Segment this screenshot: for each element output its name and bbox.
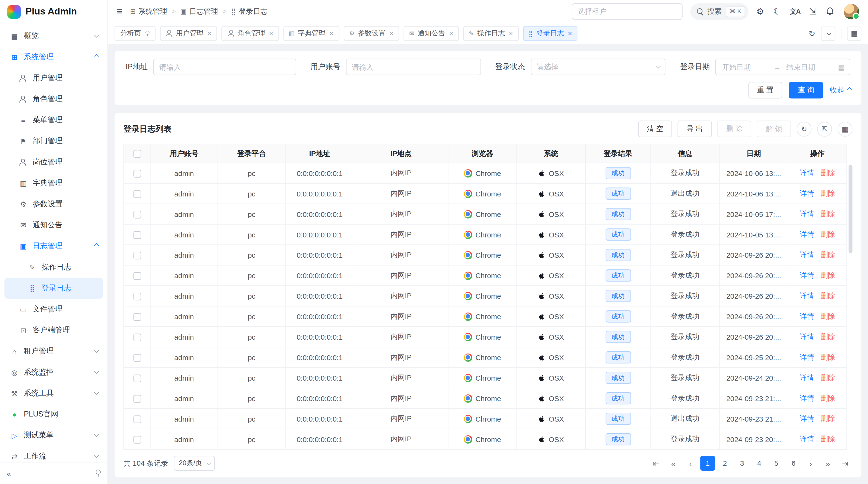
sidebar-item-user-management[interactable]: 用户管理 <box>4 67 103 89</box>
close-icon[interactable]: × <box>269 30 273 37</box>
row-checkbox[interactable] <box>133 211 141 218</box>
close-icon[interactable]: × <box>207 30 212 37</box>
tab-analysis[interactable]: 分析页 <box>115 26 155 41</box>
sidebar-item-system-monitor[interactable]: ◎ 系统监控 <box>4 362 103 383</box>
next-page-button[interactable]: › <box>803 456 818 471</box>
status-select[interactable]: 请选择 <box>531 59 666 75</box>
detail-link[interactable]: 详情 <box>800 434 814 444</box>
sidebar-item-workflow[interactable]: ⇄ 工作流 <box>4 446 103 462</box>
account-input[interactable] <box>346 59 481 75</box>
breadcrumb-item[interactable]: ▣ 日志管理 <box>180 6 218 16</box>
row-checkbox[interactable] <box>133 170 141 178</box>
detail-link[interactable]: 详情 <box>800 189 814 199</box>
sidebar-item-plus-website[interactable]: ● PLUS官网 <box>4 404 103 425</box>
sidebar-item-system-tools[interactable]: ⚒ 系统工具 <box>4 383 103 404</box>
row-checkbox[interactable] <box>133 272 141 280</box>
pin-icon[interactable] <box>95 469 101 477</box>
row-checkbox[interactable] <box>133 333 141 341</box>
breadcrumb-item[interactable]: ⣿ 登录日志 <box>231 6 268 16</box>
close-icon[interactable]: × <box>390 30 394 37</box>
row-checkbox[interactable] <box>133 252 141 259</box>
search-button[interactable]: 搜索 ⌘ K <box>690 3 749 20</box>
last-page-button[interactable]: ⇥ <box>838 456 852 471</box>
delete-link[interactable]: 删除 <box>821 189 835 199</box>
pin-icon[interactable] <box>145 30 149 37</box>
detail-link[interactable]: 详情 <box>800 250 814 260</box>
export-button[interactable]: 导 出 <box>678 121 712 137</box>
unlock-button[interactable]: 解 锁 <box>757 121 791 137</box>
sidebar-item-dict-management[interactable]: ▥ 字典管理 <box>4 172 103 194</box>
column-settings-icon[interactable]: ▦ <box>838 122 852 136</box>
sidebar-item-test-menu[interactable]: ▷ 测试菜单 <box>4 425 103 446</box>
delete-link[interactable]: 删除 <box>821 352 835 362</box>
row-checkbox[interactable] <box>133 231 141 239</box>
date-range-picker[interactable]: → ▦ <box>715 59 850 75</box>
detail-link[interactable]: 详情 <box>800 393 814 403</box>
detail-link[interactable]: 详情 <box>800 270 814 280</box>
layout-toggle-button[interactable]: ▦ <box>847 26 862 41</box>
query-button[interactable]: 查 询 <box>789 82 823 99</box>
fast-prev-button[interactable]: « <box>666 456 681 471</box>
delete-link[interactable]: 删除 <box>821 393 835 403</box>
row-checkbox[interactable] <box>133 374 141 382</box>
detail-link[interactable]: 详情 <box>800 414 814 424</box>
tab-dict-management[interactable]: ▥ 字典管理 × <box>283 26 339 41</box>
avatar[interactable] <box>844 4 859 19</box>
delete-link[interactable]: 删除 <box>821 270 835 280</box>
delete-link[interactable]: 删除 <box>821 312 835 321</box>
delete-link[interactable]: 删除 <box>821 332 835 342</box>
delete-link[interactable]: 删除 <box>821 291 835 301</box>
tab-notice[interactable]: ✉ 通知公告 × <box>404 26 459 41</box>
sidebar-item-dept-management[interactable]: ⚑ 部门管理 <box>4 131 103 152</box>
page-button-4[interactable]: 4 <box>752 456 767 471</box>
tabs-dropdown-button[interactable] <box>821 26 835 41</box>
close-icon[interactable]: × <box>568 30 572 37</box>
end-date-input[interactable] <box>785 62 834 72</box>
sidebar-item-file-management[interactable]: ▭ 文件管理 <box>4 299 103 320</box>
sidebar-item-client-management[interactable]: ⊡ 客户端管理 <box>4 320 103 341</box>
sidebar-item-log-management[interactable]: ▣ 日志管理 <box>4 236 103 257</box>
close-icon[interactable]: × <box>449 30 453 37</box>
breadcrumb-item[interactable]: ⊞ 系统管理 <box>130 6 167 16</box>
expand-icon[interactable]: ⇱ <box>817 122 832 136</box>
page-button-5[interactable]: 5 <box>769 456 784 471</box>
page-size-select[interactable]: 20条/页 <box>174 456 215 471</box>
close-icon[interactable]: × <box>509 30 513 37</box>
page-button-2[interactable]: 2 <box>717 456 732 471</box>
refresh-icon[interactable]: ↻ <box>808 29 815 38</box>
sidebar-item-tenant-management[interactable]: ⌂ 租户管理 <box>4 341 103 362</box>
row-checkbox[interactable] <box>133 354 141 361</box>
detail-link[interactable]: 详情 <box>800 352 814 362</box>
detail-link[interactable]: 详情 <box>800 312 814 321</box>
delete-link[interactable]: 删除 <box>821 229 835 239</box>
row-checkbox[interactable] <box>133 190 141 198</box>
close-icon[interactable]: × <box>329 30 334 37</box>
translate-icon[interactable]: 文A <box>790 8 800 15</box>
delete-link[interactable]: 删除 <box>821 209 835 219</box>
delete-link[interactable]: 删除 <box>821 373 835 383</box>
fast-next-button[interactable]: » <box>820 456 835 471</box>
gear-icon[interactable]: ⚙ <box>756 7 764 16</box>
tab-user-management[interactable]: 用户管理 × <box>160 26 217 41</box>
hamburger-icon[interactable]: ≡ <box>117 7 122 16</box>
sidebar-item-role-management[interactable]: 角色管理 <box>4 89 103 109</box>
detail-link[interactable]: 详情 <box>800 229 814 239</box>
ip-input[interactable] <box>153 59 296 75</box>
tenant-select-input[interactable] <box>572 3 682 20</box>
detail-link[interactable]: 详情 <box>800 168 814 178</box>
row-checkbox[interactable] <box>133 395 141 402</box>
page-button-3[interactable]: 3 <box>735 456 750 471</box>
reset-button[interactable]: 重 置 <box>748 82 782 99</box>
delete-link[interactable]: 删除 <box>821 250 835 260</box>
sidebar-item-param-settings[interactable]: ⚙ 参数设置 <box>4 194 103 215</box>
detail-link[interactable]: 详情 <box>800 209 814 219</box>
sidebar-item-overview[interactable]: ▤ 概览 <box>4 26 103 46</box>
page-button-6[interactable]: 6 <box>786 456 801 471</box>
refresh-icon[interactable]: ↻ <box>797 122 812 136</box>
dark-mode-icon[interactable]: ☾ <box>773 7 781 16</box>
sidebar-item-operation-log[interactable]: ✎ 操作日志 <box>4 257 103 278</box>
delete-link[interactable]: 删除 <box>821 414 835 424</box>
detail-link[interactable]: 详情 <box>800 332 814 342</box>
tab-role-management[interactable]: 角色管理 × <box>222 26 279 41</box>
sidebar-item-post-management[interactable]: 岗位管理 <box>4 152 103 172</box>
